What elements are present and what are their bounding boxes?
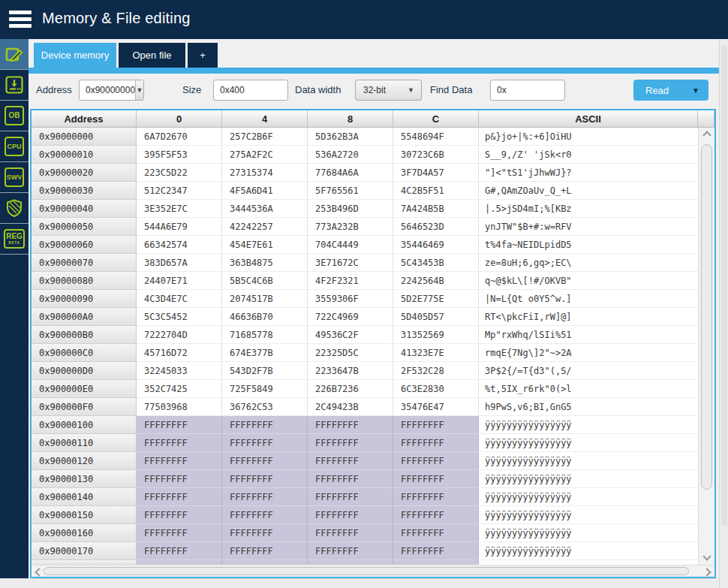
hex-cell-8[interactable]: 253B496D <box>308 200 393 218</box>
hex-cell-8[interactable]: 22325D5C <box>308 344 393 362</box>
ascii-cell[interactable]: ÿÿÿÿÿÿÿÿÿÿÿÿÿÿÿÿ <box>479 452 714 470</box>
ascii-cell[interactable]: ÿÿÿÿÿÿÿÿÿÿÿÿÿÿÿÿ <box>479 524 714 542</box>
table-row[interactable]: 0x90000120 FFFFFFFF FFFFFFFF FFFFFFFF FF… <box>32 452 714 470</box>
ascii-cell[interactable]: ÿÿÿÿÿÿÿÿÿÿÿÿÿÿÿÿ <box>479 488 714 506</box>
hex-cell-0[interactable]: FFFFFFFF <box>137 470 222 488</box>
table-row[interactable]: 0x900000C0 45716D72 674E377B 22325D5C 41… <box>32 344 714 362</box>
hex-cell-4[interactable]: 275A2F2C <box>222 146 308 164</box>
scroll-up-icon[interactable] <box>703 131 711 138</box>
hex-cell-8[interactable]: FFFFFFFF <box>308 452 393 470</box>
hex-cell-c[interactable]: 5646523D <box>393 218 479 236</box>
table-row[interactable]: 0x90000100 FFFFFFFF FFFFFFFF FFFFFFFF FF… <box>32 416 714 434</box>
hex-cell-4[interactable]: 71685778 <box>222 326 308 344</box>
hex-cell-0[interactable]: FFFFFFFF <box>137 524 222 542</box>
hex-cell-8[interactable]: 77684A6A <box>308 164 393 182</box>
scroll-down-icon[interactable] <box>703 554 711 562</box>
hex-cell-0[interactable]: 77503968 <box>137 398 222 416</box>
scroll-right-icon[interactable] <box>705 568 712 576</box>
hex-cell-0[interactable]: FFFFFFFF <box>137 452 222 470</box>
hex-cell-c[interactable]: 30723C6B <box>393 146 479 164</box>
hex-cell-c[interactable]: 35476E47 <box>393 398 479 416</box>
address-cell[interactable]: 0x90000120 <box>32 452 137 470</box>
hex-cell-4[interactable]: 4F5A6D41 <box>222 182 308 200</box>
hex-cell-0[interactable]: 3E352E7C <box>137 200 222 218</box>
table-row[interactable]: 0x90000160 FFFFFFFF FFFFFFFF FFFFFFFF FF… <box>32 524 714 542</box>
hex-cell-0[interactable]: FFFFFFFF <box>137 434 222 452</box>
address-cell[interactable]: 0x90000110 <box>32 434 137 452</box>
ascii-cell[interactable]: ÿÿÿÿÿÿÿÿÿÿÿÿÿÿÿÿ <box>479 542 714 560</box>
table-row[interactable]: 0x900000B0 7222704D 71685778 49536C2F 31… <box>32 326 714 344</box>
table-row[interactable]: 0x90000090 4C3D4E7C 2074517B 3559306F 5D… <box>32 290 714 308</box>
hex-cell-8[interactable]: FFFFFFFF <box>308 524 393 542</box>
hex-cell-4[interactable]: FFFFFFFF <box>222 524 308 542</box>
hex-cell-c[interactable]: 2F532C28 <box>393 362 479 380</box>
ascii-cell[interactable]: RT<\pkcFiI,rW]@] <box>479 308 714 326</box>
table-row[interactable]: 0x90000070 383D657A 363B4875 3E71672C 5C… <box>32 254 714 272</box>
sidebar-item-memory-edit[interactable] <box>0 39 29 70</box>
hex-cell-c[interactable]: 5D405D57 <box>393 308 479 326</box>
tab-open-file[interactable]: Open file <box>119 43 185 68</box>
hex-cell-0[interactable]: 512C2347 <box>137 182 222 200</box>
address-cell[interactable]: 0x90000040 <box>32 200 137 218</box>
table-row[interactable]: 0x90000110 FFFFFFFF FFFFFFFF FFFFFFFF FF… <box>32 434 714 452</box>
table-row[interactable]: 0x90000050 544A6E79 42242257 773A232B 56… <box>32 218 714 236</box>
ascii-cell[interactable]: G#,QAmZOaUv_Q_+L <box>479 182 714 200</box>
hex-cell-8[interactable]: 722C4969 <box>308 308 393 326</box>
hex-cell-4[interactable]: FFFFFFFF <box>222 434 308 452</box>
table-row[interactable]: 0x900000A0 5C3C5452 46636B70 722C4969 5D… <box>32 308 714 326</box>
hex-cell-c[interactable]: FFFFFFFF <box>393 506 479 524</box>
address-cell[interactable]: 0x90000130 <box>32 470 137 488</box>
sidebar-item-erasing-programming[interactable] <box>0 70 29 101</box>
ascii-cell[interactable]: ÿÿÿÿÿÿÿÿÿÿÿÿÿÿÿÿ <box>479 506 714 524</box>
hex-cell-4[interactable]: 543D2F7B <box>222 362 308 380</box>
hex-cell-4[interactable]: 46636B70 <box>222 308 308 326</box>
address-cell[interactable]: 0x900000B0 <box>32 326 137 344</box>
sidebar-item-register-viewer[interactable]: REG BETA <box>0 224 29 255</box>
address-cell[interactable]: 0x900000C0 <box>32 344 137 362</box>
hex-cell-c[interactable]: 6C3E2830 <box>393 380 479 398</box>
hex-cell-c[interactable]: 7A424B5B <box>393 200 479 218</box>
hex-cell-8[interactable]: 3559306F <box>308 290 393 308</box>
hex-cell-8[interactable]: 226B7236 <box>308 380 393 398</box>
ascii-cell[interactable]: |.5>jSD4mI;%[KBz <box>479 200 714 218</box>
ascii-cell[interactable]: q~@$kL\[!#/OKVB" <box>479 272 714 290</box>
table-row[interactable]: 0x900000F0 77503968 36762C53 2C49423B 35… <box>32 398 714 416</box>
hex-cell-0[interactable]: FFFFFFFF <box>137 506 222 524</box>
table-row[interactable]: 0x90000130 FFFFFFFF FFFFFFFF FFFFFFFF FF… <box>32 470 714 488</box>
address-dropdown-arrow-icon[interactable]: ▼ <box>135 80 143 100</box>
hex-cell-c[interactable]: FFFFFFFF <box>393 524 479 542</box>
read-split-button[interactable]: Read ▼ <box>633 80 708 101</box>
sidebar-item-option-bytes[interactable]: OB <box>0 101 29 131</box>
address-cell[interactable]: 0x90000160 <box>32 524 137 542</box>
hex-cell-0[interactable]: 352C7425 <box>137 380 222 398</box>
app-vertical-scrollbar-thumb[interactable] <box>721 45 727 526</box>
hex-cell-0[interactable]: 383D657A <box>137 254 222 272</box>
hex-cell-0[interactable]: FFFFFFFF <box>137 542 222 560</box>
hex-cell-4[interactable]: FFFFFFFF <box>222 542 308 560</box>
hex-cell-c[interactable]: FFFFFFFF <box>393 542 479 560</box>
hex-cell-c[interactable]: 4C2B5F51 <box>393 182 479 200</box>
hex-cell-8[interactable]: 4F2F2321 <box>308 272 393 290</box>
hex-cell-4[interactable]: FFFFFFFF <box>222 452 308 470</box>
table-row[interactable]: 0x90000000 6A7D2670 257C2B6F 5D362B3A 55… <box>32 128 714 146</box>
hex-cell-0[interactable]: 24407E71 <box>137 272 222 290</box>
hex-cell-c[interactable]: 5C43453B <box>393 254 479 272</box>
hex-cell-4[interactable]: 674E377B <box>222 344 308 362</box>
hex-cell-4[interactable]: 3444536A <box>222 200 308 218</box>
find-data-input[interactable] <box>490 80 565 101</box>
hex-cell-4[interactable]: 27315374 <box>222 164 308 182</box>
address-combobox[interactable]: 0x90000000 ▼ <box>79 80 144 101</box>
sidebar-item-security[interactable] <box>0 193 29 224</box>
table-row[interactable]: 0x90000140 FFFFFFFF FFFFFFFF FFFFFFFF FF… <box>32 488 714 506</box>
hex-cell-0[interactable]: 544A6E79 <box>137 218 222 236</box>
ascii-cell[interactable]: |N=L{Qt o0Y5^w.] <box>479 290 714 308</box>
address-cell[interactable]: 0x900000A0 <box>32 308 137 326</box>
hex-cell-0[interactable]: 4C3D4E7C <box>137 290 222 308</box>
table-row[interactable]: 0x900000E0 352C7425 725F5849 226B7236 6C… <box>32 380 714 398</box>
ascii-cell[interactable]: S__9,/Z' 'jSk<r0 <box>479 146 714 164</box>
read-dropdown-arrow-icon[interactable]: ▼ <box>692 86 708 95</box>
hex-cell-0[interactable]: 6A7D2670 <box>137 128 222 146</box>
hex-cell-4[interactable]: 454E7E61 <box>222 236 308 254</box>
ascii-cell[interactable]: h9PwS,v6;BI,GnG5 <box>479 398 714 416</box>
hex-cell-0[interactable]: 32245033 <box>137 362 222 380</box>
